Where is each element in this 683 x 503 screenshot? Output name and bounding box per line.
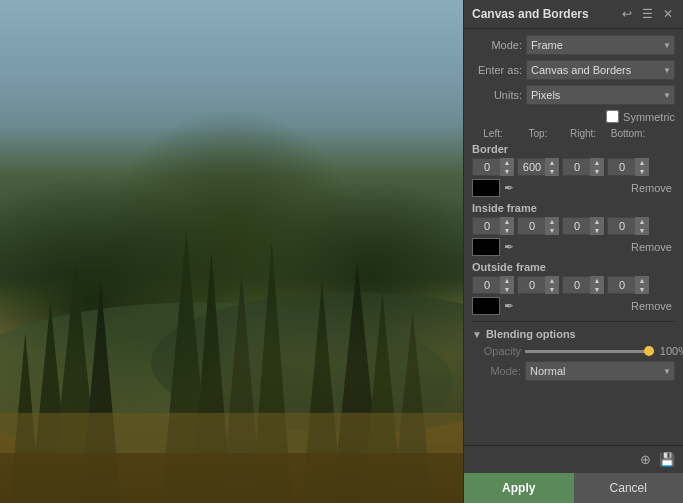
inside-top-arrows: ▲ ▼ — [545, 217, 559, 235]
outside-right-spinner: ▲ ▼ — [562, 276, 604, 294]
outside-left-down[interactable]: ▼ — [500, 285, 514, 294]
outside-top-spinner: ▲ ▼ — [517, 276, 559, 294]
column-headers: Left: Top: Right: Bottom: — [472, 128, 675, 139]
close-icon[interactable]: ✕ — [661, 6, 675, 22]
reset-icon[interactable]: ↩ — [620, 6, 634, 22]
border-right-up[interactable]: ▲ — [590, 158, 604, 167]
border-spinners: ▲ ▼ ▲ ▼ ▲ ▼ ▲ — [472, 158, 675, 176]
menu-icon[interactable]: ☰ — [640, 6, 655, 22]
symmetric-row: Symmetric — [472, 110, 675, 123]
inside-left-down[interactable]: ▼ — [500, 226, 514, 235]
outside-spinners: ▲ ▼ ▲ ▼ ▲ ▼ ▲ — [472, 276, 675, 294]
border-bottom-spinner: ▲ ▼ — [607, 158, 649, 176]
blend-mode-select[interactable]: Normal — [525, 361, 675, 381]
units-label: Units: — [472, 89, 522, 101]
inside-bottom-down[interactable]: ▼ — [635, 226, 649, 235]
inside-left-arrows: ▲ ▼ — [500, 217, 514, 235]
outside-color-row: ✒ Remove — [472, 297, 675, 315]
enter-as-label: Enter as: — [472, 64, 522, 76]
border-left-up[interactable]: ▲ — [500, 158, 514, 167]
inside-left-spinner: ▲ ▼ — [472, 217, 514, 235]
inside-top-spinner: ▲ ▼ — [517, 217, 559, 235]
border-top-down[interactable]: ▼ — [545, 167, 559, 176]
outside-color-swatch[interactable] — [472, 297, 500, 315]
border-top-up[interactable]: ▲ — [545, 158, 559, 167]
blend-mode-row: Mode: Normal — [472, 361, 675, 381]
mode-select-wrapper: Frame — [526, 35, 675, 55]
enter-as-select-wrapper: Canvas and Borders — [526, 60, 675, 80]
inside-bottom-arrows: ▲ ▼ — [635, 217, 649, 235]
outside-eyedropper-icon[interactable]: ✒ — [504, 299, 514, 313]
outside-right-up[interactable]: ▲ — [590, 276, 604, 285]
outside-right-down[interactable]: ▼ — [590, 285, 604, 294]
panel-footer: Apply Cancel — [464, 473, 683, 503]
units-row: Units: Pixels — [472, 85, 675, 105]
trees-svg — [0, 101, 463, 503]
outside-frame-label: Outside frame — [472, 261, 675, 273]
blend-mode-select-wrapper: Normal — [525, 361, 675, 381]
inside-right-arrows: ▲ ▼ — [590, 217, 604, 235]
border-bottom-down[interactable]: ▼ — [635, 167, 649, 176]
collapse-arrow-icon[interactable]: ▼ — [472, 329, 482, 340]
border-left-down[interactable]: ▼ — [500, 167, 514, 176]
units-select-wrapper: Pixels — [526, 85, 675, 105]
inside-eyedropper-icon[interactable]: ✒ — [504, 240, 514, 254]
col-header-top: Top: — [517, 128, 559, 139]
inside-left-up[interactable]: ▲ — [500, 217, 514, 226]
inside-top-down[interactable]: ▼ — [545, 226, 559, 235]
col-header-bottom: Bottom: — [607, 128, 649, 139]
outside-left-up[interactable]: ▲ — [500, 276, 514, 285]
mode-row: Mode: Frame — [472, 35, 675, 55]
enter-as-row: Enter as: Canvas and Borders — [472, 60, 675, 80]
units-select[interactable]: Pixels — [526, 85, 675, 105]
inside-color-row: ✒ Remove — [472, 238, 675, 256]
svg-rect-15 — [0, 453, 463, 503]
border-right-down[interactable]: ▼ — [590, 167, 604, 176]
apply-button[interactable]: Apply — [464, 473, 574, 503]
cancel-button[interactable]: Cancel — [574, 473, 684, 503]
panel-content: Mode: Frame Enter as: Canvas and Borders… — [464, 29, 683, 445]
blending-title: Blending options — [486, 328, 576, 340]
mode-select[interactable]: Frame — [526, 35, 675, 55]
border-bottom-up[interactable]: ▲ — [635, 158, 649, 167]
panel-header-icons: ↩ ☰ ✕ — [620, 6, 675, 22]
opacity-row: Opacity 100% — [472, 345, 675, 357]
border-right-spinner: ▲ ▼ — [562, 158, 604, 176]
border-left-arrows: ▲ ▼ — [500, 158, 514, 176]
border-color-swatch[interactable] — [472, 179, 500, 197]
border-label: Border — [472, 143, 675, 155]
outside-bottom-spinner: ▲ ▼ — [607, 276, 649, 294]
symmetric-label: Symmetric — [623, 111, 675, 123]
outside-bottom-up[interactable]: ▲ — [635, 276, 649, 285]
inside-remove-button[interactable]: Remove — [628, 240, 675, 254]
symmetric-checkbox[interactable] — [606, 110, 619, 123]
outside-top-down[interactable]: ▼ — [545, 285, 559, 294]
inside-color-swatch[interactable] — [472, 238, 500, 256]
outside-left-spinner: ▲ ▼ — [472, 276, 514, 294]
save-preset-icon[interactable]: 💾 — [657, 450, 677, 469]
outside-bottom-down[interactable]: ▼ — [635, 285, 649, 294]
border-left-spinner: ▲ ▼ — [472, 158, 514, 176]
border-remove-button[interactable]: Remove — [628, 181, 675, 195]
outside-remove-button[interactable]: Remove — [628, 299, 675, 313]
panel-title: Canvas and Borders — [472, 7, 589, 21]
canvas-borders-panel: Canvas and Borders ↩ ☰ ✕ Mode: Frame Ent… — [463, 0, 683, 503]
panel-header: Canvas and Borders ↩ ☰ ✕ — [464, 0, 683, 29]
outside-left-arrows: ▲ ▼ — [500, 276, 514, 294]
inside-right-spinner: ▲ ▼ — [562, 217, 604, 235]
enter-as-select[interactable]: Canvas and Borders — [526, 60, 675, 80]
border-bottom-arrows: ▲ ▼ — [635, 158, 649, 176]
blend-mode-label: Mode: — [476, 365, 521, 377]
inside-spinners: ▲ ▼ ▲ ▼ ▲ ▼ ▲ — [472, 217, 675, 235]
border-eyedropper-icon[interactable]: ✒ — [504, 181, 514, 195]
outside-right-arrows: ▲ ▼ — [590, 276, 604, 294]
inside-top-up[interactable]: ▲ — [545, 217, 559, 226]
inside-bottom-up[interactable]: ▲ — [635, 217, 649, 226]
blending-header: ▼ Blending options — [472, 328, 675, 340]
opacity-slider[interactable] — [525, 350, 654, 353]
add-preset-icon[interactable]: ⊕ — [638, 450, 653, 469]
inside-right-up[interactable]: ▲ — [590, 217, 604, 226]
outside-bottom-arrows: ▲ ▼ — [635, 276, 649, 294]
inside-right-down[interactable]: ▼ — [590, 226, 604, 235]
outside-top-up[interactable]: ▲ — [545, 276, 559, 285]
